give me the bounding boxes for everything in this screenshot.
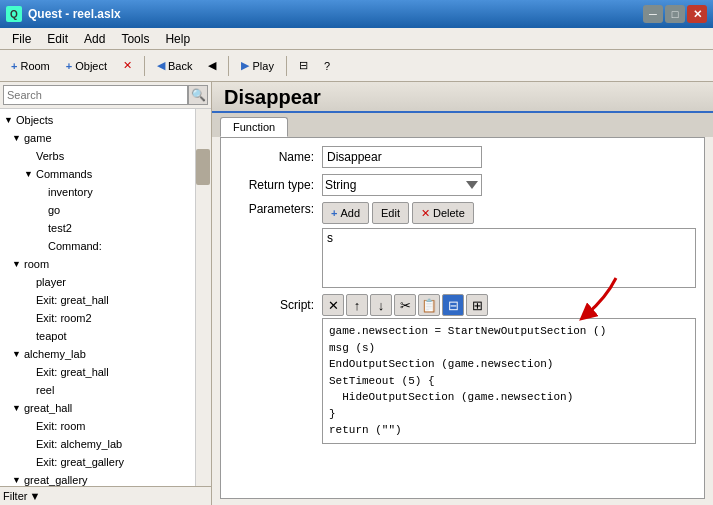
toolbar: + Room + Object ✕ ◀ Back ◀ ▶ Play ⊟ ? — [0, 50, 713, 82]
tab-function[interactable]: Function — [220, 117, 288, 137]
search-bar: 🔍 — [0, 82, 211, 109]
delete-param-button[interactable]: ✕ Delete — [412, 202, 474, 224]
tree-item-great-hall[interactable]: ▼ great_hall — [0, 399, 211, 417]
arrow-icon: ▼ — [12, 475, 22, 485]
name-row: Name: — [229, 146, 696, 168]
tree-item-exit-room2[interactable]: Exit: room2 — [0, 309, 211, 327]
new-room-button[interactable]: + Room — [4, 53, 57, 79]
tree-item-command[interactable]: Command: — [0, 237, 211, 255]
tree-item-room[interactable]: ▼ room — [0, 255, 211, 273]
tree-item-objects[interactable]: ▼ Objects — [0, 111, 211, 129]
tabs-bar: Function — [212, 113, 713, 137]
script-up-button[interactable]: ↑ — [346, 294, 368, 316]
plus-icon: + — [11, 60, 17, 72]
script-cut-button[interactable]: ✕ — [322, 294, 344, 316]
new-object-button[interactable]: + Object — [59, 53, 114, 79]
return-type-select[interactable]: String Boolean Integer Double Object Lis… — [322, 174, 482, 196]
tree-item-inventory[interactable]: inventory — [0, 183, 211, 201]
menu-add[interactable]: Add — [76, 30, 113, 48]
arrow-icon: ▼ — [4, 115, 14, 125]
tree-item-exit-great-hall-room[interactable]: Exit: great_hall — [0, 291, 211, 309]
help-icon: ? — [324, 60, 330, 72]
window-title: Quest - reel.aslx — [28, 7, 121, 21]
script-expand-button[interactable]: ⊞ — [466, 294, 488, 316]
panel-header: Disappear — [212, 82, 713, 113]
sidebar-footer: Filter ▼ — [0, 486, 211, 505]
scrollbar[interactable] — [195, 109, 211, 486]
menu-bar: File Edit Add Tools Help — [0, 28, 713, 50]
filter-button[interactable]: Filter ▼ — [3, 490, 40, 502]
menu-edit[interactable]: Edit — [39, 30, 76, 48]
layout-icon: ⊟ — [299, 59, 308, 72]
tree-item-alchemy-lab[interactable]: ▼ alchemy_lab — [0, 345, 211, 363]
toolbar-separator-2 — [228, 56, 229, 76]
tree-item-go[interactable]: go — [0, 201, 211, 219]
tree-item-reel[interactable]: reel — [0, 381, 211, 399]
arrow-icon: ▼ — [12, 133, 22, 143]
sidebar: 🔍 ▼ Objects ▼ game Verbs ▼ Commands — [0, 82, 212, 505]
play-icon: ▶ — [241, 59, 249, 72]
tree-item-exit-room[interactable]: Exit: room — [0, 417, 211, 435]
main-layout: 🔍 ▼ Objects ▼ game Verbs ▼ Commands — [0, 82, 713, 505]
x-icon: ✕ — [123, 59, 132, 72]
plus-icon: + — [331, 207, 337, 219]
name-input[interactable] — [322, 146, 482, 168]
tree-item-exit-great-hall-al[interactable]: Exit: great_hall — [0, 363, 211, 381]
close-button[interactable]: ✕ — [687, 5, 707, 23]
menu-tools[interactable]: Tools — [113, 30, 157, 48]
return-type-row: Return type: String Boolean Integer Doub… — [229, 174, 696, 196]
right-panel: Disappear Function Name: Return type: St… — [212, 82, 713, 505]
arrow-icon: ▼ — [12, 259, 22, 269]
script-down-button[interactable]: ↓ — [370, 294, 392, 316]
params-list: s — [322, 228, 696, 288]
back-small-icon: ◀ — [208, 59, 216, 72]
script-area-wrapper: game.newsection = StartNewOutputSection … — [322, 318, 696, 444]
add-label: Add — [340, 207, 360, 219]
delete-label: Delete — [433, 207, 465, 219]
help-button[interactable]: ? — [317, 53, 337, 79]
tree-item-exit-alchemy[interactable]: Exit: alchemy_lab — [0, 435, 211, 453]
menu-help[interactable]: Help — [157, 30, 198, 48]
search-input[interactable] — [3, 85, 188, 105]
tree-item-commands[interactable]: ▼ Commands — [0, 165, 211, 183]
tree-item-verbs[interactable]: Verbs — [0, 147, 211, 165]
script-code-text: game.newsection = StartNewOutputSection … — [329, 323, 689, 439]
maximize-button[interactable]: □ — [665, 5, 685, 23]
name-label: Name: — [229, 150, 314, 164]
tree-item-test2[interactable]: test2 — [0, 219, 211, 237]
parameters-label: Parameters: — [229, 202, 314, 216]
toolbar-separator-1 — [144, 56, 145, 76]
menu-file[interactable]: File — [4, 30, 39, 48]
back-arrow-button[interactable]: ◀ — [201, 53, 223, 79]
script-code-view-button[interactable]: ⊟ — [442, 294, 464, 316]
toolbar-separator-3 — [286, 56, 287, 76]
tree-item-great-gallery[interactable]: ▼ great_gallery — [0, 471, 211, 486]
tree-container: ▼ Objects ▼ game Verbs ▼ Commands invent… — [0, 109, 211, 486]
app-icon: Q — [6, 6, 22, 22]
tree-item-player[interactable]: player — [0, 273, 211, 291]
tree-item-game[interactable]: ▼ game — [0, 129, 211, 147]
title-bar: Q Quest - reel.aslx ─ □ ✕ — [0, 0, 713, 28]
filter-arrow-icon: ▼ — [29, 490, 40, 502]
tree-item-teapot[interactable]: teapot — [0, 327, 211, 345]
filter-label: Filter — [3, 490, 27, 502]
back-button[interactable]: ◀ Back — [150, 53, 199, 79]
script-section: Script: ✕ ↑ ↓ ✂ 📋 ⊟ ⊞ — [229, 294, 696, 444]
script-toolbar: ✕ ↑ ↓ ✂ 📋 ⊟ ⊞ — [322, 294, 696, 316]
tree-item-exit-great-gallery[interactable]: Exit: great_gallery — [0, 453, 211, 471]
return-type-label: Return type: — [229, 178, 314, 192]
form-area: Name: Return type: String Boolean Intege… — [220, 137, 705, 499]
script-label: Script: — [229, 294, 314, 312]
search-button[interactable]: 🔍 — [188, 85, 208, 105]
minimize-button[interactable]: ─ — [643, 5, 663, 23]
arrow-icon: ▼ — [24, 169, 34, 179]
scrollbar-thumb[interactable] — [196, 149, 210, 185]
script-paste-button[interactable]: 📋 — [418, 294, 440, 316]
edit-param-button[interactable]: Edit — [372, 202, 409, 224]
script-copy-button[interactable]: ✂ — [394, 294, 416, 316]
layout-button[interactable]: ⊟ — [292, 53, 315, 79]
play-button[interactable]: ▶ Play — [234, 53, 280, 79]
add-param-button[interactable]: + Add — [322, 202, 369, 224]
delete-button[interactable]: ✕ — [116, 53, 139, 79]
params-buttons: + Add Edit ✕ Delete — [322, 202, 696, 224]
